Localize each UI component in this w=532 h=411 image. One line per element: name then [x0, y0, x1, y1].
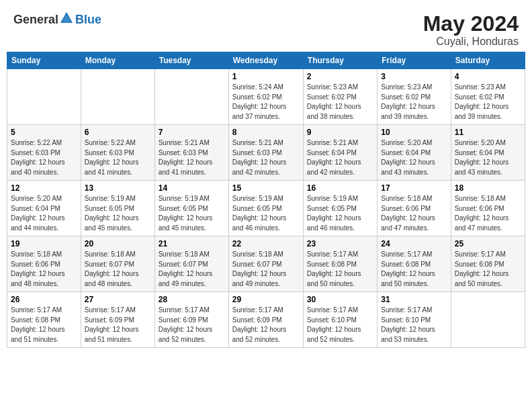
day-number: 31	[381, 295, 447, 304]
day-cell: 3Sunrise: 5:23 AMSunset: 6:02 PMDaylight…	[378, 69, 451, 125]
day-info: Sunrise: 5:23 AMSunset: 6:02 PMDaylight:…	[455, 83, 521, 122]
day-info: Sunrise: 5:19 AMSunset: 6:05 PMDaylight:…	[232, 194, 300, 233]
day-info: Sunrise: 5:17 AMSunset: 6:10 PMDaylight:…	[381, 306, 447, 345]
day-number: 6	[85, 128, 151, 137]
day-cell	[451, 292, 525, 348]
day-number: 12	[11, 183, 77, 193]
day-cell: 22Sunrise: 5:18 AMSunset: 6:07 PMDayligh…	[228, 236, 303, 292]
day-cell: 11Sunrise: 5:20 AMSunset: 6:04 PMDayligh…	[451, 125, 525, 181]
week-row-1: 1Sunrise: 5:24 AMSunset: 6:02 PMDaylight…	[7, 69, 525, 125]
day-number: 28	[159, 295, 225, 304]
day-info: Sunrise: 5:23 AMSunset: 6:02 PMDaylight:…	[381, 83, 447, 122]
day-number: 1	[232, 72, 300, 81]
logo-general: General	[13, 13, 58, 27]
day-cell: 27Sunrise: 5:17 AMSunset: 6:09 PMDayligh…	[81, 292, 154, 348]
day-cell: 5Sunrise: 5:22 AMSunset: 6:03 PMDaylight…	[7, 125, 81, 181]
day-number: 13	[85, 183, 151, 193]
day-info: Sunrise: 5:17 AMSunset: 6:08 PMDaylight:…	[381, 250, 447, 289]
day-info: Sunrise: 5:21 AMSunset: 6:03 PMDaylight:…	[232, 138, 300, 177]
header-monday: Monday	[81, 52, 154, 69]
day-cell	[7, 69, 81, 125]
day-cell: 28Sunrise: 5:17 AMSunset: 6:09 PMDayligh…	[154, 292, 228, 348]
day-cell: 20Sunrise: 5:18 AMSunset: 6:07 PMDayligh…	[81, 236, 154, 292]
title-area: May 2024 Cuyali, Honduras	[423, 12, 519, 48]
day-cell	[81, 69, 154, 125]
day-info: Sunrise: 5:22 AMSunset: 6:03 PMDaylight:…	[85, 138, 151, 177]
day-cell: 15Sunrise: 5:19 AMSunset: 6:05 PMDayligh…	[228, 181, 303, 236]
day-cell: 13Sunrise: 5:19 AMSunset: 6:05 PMDayligh…	[81, 181, 154, 236]
day-info: Sunrise: 5:21 AMSunset: 6:04 PMDaylight:…	[307, 138, 373, 177]
header-sunday: Sunday	[7, 52, 81, 69]
day-cell: 12Sunrise: 5:20 AMSunset: 6:04 PMDayligh…	[7, 181, 81, 236]
day-info: Sunrise: 5:19 AMSunset: 6:05 PMDaylight:…	[159, 194, 225, 233]
day-cell: 7Sunrise: 5:21 AMSunset: 6:03 PMDaylight…	[154, 125, 228, 181]
day-number: 19	[11, 239, 77, 248]
day-info: Sunrise: 5:21 AMSunset: 6:03 PMDaylight:…	[159, 138, 225, 177]
day-cell: 23Sunrise: 5:17 AMSunset: 6:08 PMDayligh…	[303, 236, 377, 292]
week-row-4: 19Sunrise: 5:18 AMSunset: 6:06 PMDayligh…	[7, 236, 525, 292]
day-cell: 21Sunrise: 5:18 AMSunset: 6:07 PMDayligh…	[154, 236, 228, 292]
day-cell: 14Sunrise: 5:19 AMSunset: 6:05 PMDayligh…	[154, 181, 228, 236]
calendar-table: SundayMondayTuesdayWednesdayThursdayFrid…	[7, 52, 525, 348]
day-info: Sunrise: 5:23 AMSunset: 6:02 PMDaylight:…	[307, 83, 373, 122]
day-cell: 4Sunrise: 5:23 AMSunset: 6:02 PMDaylight…	[451, 69, 525, 125]
header-thursday: Thursday	[303, 52, 377, 69]
day-number: 8	[232, 128, 300, 137]
day-info: Sunrise: 5:19 AMSunset: 6:05 PMDaylight:…	[307, 194, 373, 233]
day-cell: 17Sunrise: 5:18 AMSunset: 6:06 PMDayligh…	[378, 181, 451, 236]
day-cell: 19Sunrise: 5:18 AMSunset: 6:06 PMDayligh…	[7, 236, 81, 292]
day-cell: 24Sunrise: 5:17 AMSunset: 6:08 PMDayligh…	[378, 236, 451, 292]
week-row-2: 5Sunrise: 5:22 AMSunset: 6:03 PMDaylight…	[7, 125, 525, 181]
day-info: Sunrise: 5:19 AMSunset: 6:05 PMDaylight:…	[85, 194, 151, 233]
day-number: 11	[455, 128, 521, 137]
day-info: Sunrise: 5:17 AMSunset: 6:08 PMDaylight:…	[11, 306, 77, 345]
day-cell: 1Sunrise: 5:24 AMSunset: 6:02 PMDaylight…	[228, 69, 303, 125]
day-number: 9	[307, 128, 373, 137]
day-info: Sunrise: 5:18 AMSunset: 6:07 PMDaylight:…	[85, 250, 151, 289]
day-info: Sunrise: 5:17 AMSunset: 6:10 PMDaylight:…	[307, 306, 373, 345]
day-info: Sunrise: 5:18 AMSunset: 6:06 PMDaylight:…	[381, 194, 447, 233]
day-number: 2	[307, 72, 373, 81]
day-info: Sunrise: 5:17 AMSunset: 6:09 PMDaylight:…	[85, 306, 151, 345]
day-number: 25	[455, 239, 521, 248]
day-number: 30	[307, 295, 373, 304]
day-info: Sunrise: 5:17 AMSunset: 6:09 PMDaylight:…	[159, 306, 225, 345]
day-number: 5	[11, 128, 77, 137]
day-number: 27	[85, 295, 151, 304]
day-cell: 31Sunrise: 5:17 AMSunset: 6:10 PMDayligh…	[378, 292, 451, 348]
day-cell: 2Sunrise: 5:23 AMSunset: 6:02 PMDaylight…	[303, 69, 377, 125]
day-cell: 6Sunrise: 5:22 AMSunset: 6:03 PMDaylight…	[81, 125, 154, 181]
day-info: Sunrise: 5:22 AMSunset: 6:03 PMDaylight:…	[11, 138, 77, 177]
day-cell	[154, 69, 228, 125]
day-cell: 10Sunrise: 5:20 AMSunset: 6:04 PMDayligh…	[378, 125, 451, 181]
day-number: 20	[85, 239, 151, 248]
day-number: 17	[381, 183, 447, 193]
location-subtitle: Cuyali, Honduras	[423, 36, 519, 48]
logo-blue: Blue	[75, 13, 101, 27]
day-cell: 25Sunrise: 5:17 AMSunset: 6:08 PMDayligh…	[451, 236, 525, 292]
week-row-5: 26Sunrise: 5:17 AMSunset: 6:08 PMDayligh…	[7, 292, 525, 348]
week-row-3: 12Sunrise: 5:20 AMSunset: 6:04 PMDayligh…	[7, 181, 525, 236]
day-number: 16	[307, 183, 373, 193]
day-info: Sunrise: 5:18 AMSunset: 6:07 PMDaylight:…	[232, 250, 300, 289]
day-number: 24	[381, 239, 447, 248]
day-cell: 30Sunrise: 5:17 AMSunset: 6:10 PMDayligh…	[303, 292, 377, 348]
header-tuesday: Tuesday	[154, 52, 228, 69]
day-number: 29	[232, 295, 300, 304]
day-number: 4	[455, 72, 521, 81]
header-wednesday: Wednesday	[228, 52, 303, 69]
day-info: Sunrise: 5:18 AMSunset: 6:06 PMDaylight:…	[11, 250, 77, 289]
day-number: 10	[381, 128, 447, 137]
day-number: 21	[159, 239, 225, 248]
day-cell: 18Sunrise: 5:18 AMSunset: 6:06 PMDayligh…	[451, 181, 525, 236]
header-row: SundayMondayTuesdayWednesdayThursdayFrid…	[7, 52, 525, 69]
day-info: Sunrise: 5:20 AMSunset: 6:04 PMDaylight:…	[455, 138, 521, 177]
day-cell: 8Sunrise: 5:21 AMSunset: 6:03 PMDaylight…	[228, 125, 303, 181]
day-info: Sunrise: 5:18 AMSunset: 6:07 PMDaylight:…	[159, 250, 225, 289]
logo: General Blue	[13, 12, 101, 27]
logo-icon	[59, 11, 74, 26]
day-cell: 16Sunrise: 5:19 AMSunset: 6:05 PMDayligh…	[303, 181, 377, 236]
day-info: Sunrise: 5:20 AMSunset: 6:04 PMDaylight:…	[381, 138, 447, 177]
day-info: Sunrise: 5:17 AMSunset: 6:08 PMDaylight:…	[455, 250, 521, 289]
day-number: 15	[232, 183, 300, 193]
